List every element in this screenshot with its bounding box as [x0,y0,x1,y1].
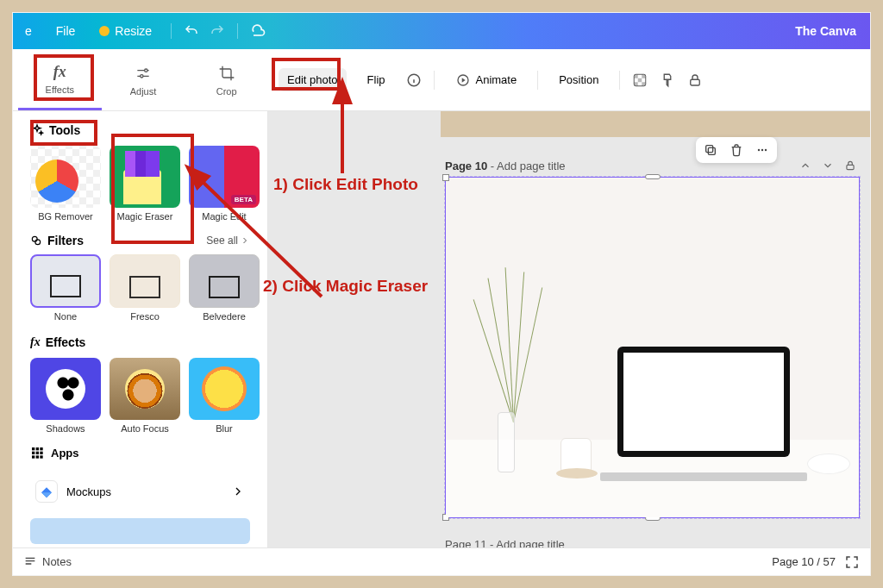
resize-label: Resize [115,24,152,38]
effect-shadows[interactable]: Shadows [30,358,101,434]
file-menu[interactable]: File [44,24,88,38]
mockups-app[interactable]: Mockups [30,472,250,511]
crown-icon [99,26,110,36]
circles-icon [30,235,42,247]
mockups-icon [35,480,58,503]
svg-rect-19 [40,455,42,458]
page-title-placeholder: - Add page title [487,160,565,172]
tab-crop[interactable]: Crop [185,49,268,110]
autofocus-label: Auto Focus [110,423,180,434]
filter-belvedere[interactable]: Belvedere [189,254,260,322]
canvas-area[interactable]: Page 10 - Add page title [268,111,870,547]
filter-belvedere-label: Belvedere [189,311,260,322]
svg-point-9 [32,236,37,241]
effects-heading: fx Effects [30,335,250,349]
divider [434,71,435,90]
divider [171,23,172,39]
animate-icon [455,72,471,88]
filter-fresco[interactable]: Fresco [110,254,180,322]
fx-icon: fx [50,62,69,81]
magic-edit-label: Magic Edit [189,211,260,222]
svg-point-23 [761,149,763,151]
svg-rect-15 [36,452,39,454]
more-icon[interactable] [753,141,772,160]
mockups-label: Mockups [66,485,222,498]
edit-photo-button[interactable]: Edit photo [279,68,347,91]
see-all-button[interactable]: See all [206,235,250,247]
sparkle-icon [30,123,44,137]
flip-button[interactable]: Flip [359,68,394,91]
copy-style-icon[interactable] [660,72,675,88]
lock-page-icon[interactable] [841,156,860,175]
trash-icon[interactable] [727,141,746,160]
effects-heading-label: Effects [46,335,86,349]
collapse-up-icon[interactable] [796,156,815,175]
chevron-right-icon [240,235,250,246]
tab-effects[interactable]: fx Effects [18,49,102,110]
tool-magic-edit[interactable]: BETA Magic Edit [189,146,260,222]
page-10-label[interactable]: Page 10 - Add page title [445,160,566,172]
context-toolbar: Edit photo Flip Animate Position [268,49,870,110]
effect-autofocus[interactable]: Auto Focus [110,358,180,434]
tool-bg-remover[interactable]: BG Remover [30,146,101,222]
shadows-thumb [30,358,101,420]
magic-edit-thumb: BETA [189,146,260,208]
expand-icon[interactable] [844,554,860,570]
magic-eraser-thumb [110,146,180,208]
svg-rect-13 [40,447,42,450]
svg-rect-20 [708,147,715,154]
svg-rect-18 [36,455,39,458]
sliders-icon [134,64,153,83]
transparency-icon[interactable] [632,72,648,88]
info-icon[interactable] [406,72,422,88]
filter-fresco-thumb [110,254,180,308]
home-menu[interactable]: e [13,24,44,38]
magic-eraser-label: Magic Eraser [110,211,180,222]
svg-rect-8 [691,79,700,85]
document-title[interactable]: The Canva [781,24,870,38]
filter-belvedere-thumb [189,254,260,308]
blur-thumb [189,358,260,420]
svg-rect-12 [36,447,39,450]
tool-magic-eraser[interactable]: Magic Eraser [110,146,180,222]
animate-label: Animate [476,73,517,86]
blur-label: Blur [189,423,260,434]
animate-button[interactable]: Animate [447,67,526,93]
tab-crop-label: Crop [216,86,237,97]
filters-heading: Filters [30,234,84,247]
position-button[interactable]: Position [550,68,607,91]
svg-rect-4 [642,74,647,78]
svg-rect-6 [635,82,639,86]
divider [237,23,238,39]
effect-blur[interactable]: Blur [189,358,260,434]
svg-rect-14 [32,452,34,454]
apps-heading: Apps [30,446,250,460]
svg-rect-3 [635,74,639,78]
svg-rect-17 [32,455,34,458]
tab-adjust[interactable]: Adjust [102,49,185,110]
apps-grid-icon [30,446,44,460]
page-10[interactable] [445,177,860,518]
filter-none-label: None [30,311,101,322]
photo-content [446,178,859,517]
tab-effects-label: Effects [46,84,74,95]
top-menu-bar: e File Resize The Canva [13,13,870,49]
svg-rect-16 [40,452,42,454]
notes-button[interactable]: Notes [23,555,72,569]
svg-rect-25 [847,165,854,169]
lock-icon[interactable] [687,72,703,88]
canvas-top-beige [441,111,870,137]
fx-icon: fx [30,335,41,349]
cloud-sync-icon[interactable] [245,18,271,44]
chevron-right-icon [231,485,245,498]
undo-icon[interactable] [178,18,204,44]
shadows-label: Shadows [30,423,101,434]
filter-none[interactable]: None [30,254,101,322]
panel-footer-strip [30,518,250,544]
redo-icon[interactable] [204,18,230,44]
page-counter[interactable]: Page 10 / 57 [772,555,836,568]
collapse-down-icon[interactable] [818,156,837,175]
resize-menu[interactable]: Resize [87,24,164,38]
see-all-label: See all [206,235,238,247]
duplicate-icon[interactable] [701,141,720,160]
